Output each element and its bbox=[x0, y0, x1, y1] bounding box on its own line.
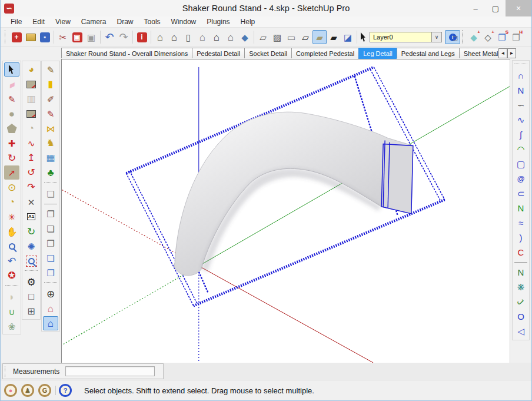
follow-me-tool[interactable]: ↷ bbox=[24, 180, 39, 194]
brackets-tool[interactable]: ⋈ bbox=[43, 121, 58, 135]
bezier-wave-tool[interactable]: ∿ bbox=[513, 112, 528, 127]
style-wireframe-button[interactable]: ▭ bbox=[284, 30, 298, 44]
select-tool[interactable] bbox=[4, 62, 19, 77]
tape-measure-tool[interactable]: ⊙ bbox=[4, 180, 19, 194]
style-monochrome-button[interactable]: ◪ bbox=[341, 30, 355, 44]
freehand-tool[interactable]: ∿ bbox=[24, 136, 39, 150]
bezier-arc-green-tool[interactable]: ◠ bbox=[513, 142, 528, 156]
view-box-button[interactable]: ▯ bbox=[181, 30, 195, 44]
scene-tab-shaker-round-stand-overall-dimensions[interactable]: Shaker Round Stand - Overall Dimensions bbox=[61, 48, 192, 58]
save-button[interactable]: ▪ bbox=[38, 30, 52, 44]
rotate-tool[interactable]: ↻ bbox=[4, 151, 19, 165]
zoom-extents-tool[interactable]: ✺ bbox=[24, 239, 39, 253]
circle-tool[interactable]: ● bbox=[4, 107, 19, 121]
window-split-tool[interactable]: ⊞ bbox=[24, 304, 39, 319]
grid-tool[interactable]: ▦ bbox=[43, 151, 58, 165]
credits-status-icon[interactable]: G bbox=[38, 384, 51, 397]
push-pull-tool[interactable]: ↥ bbox=[24, 151, 39, 165]
layer-add2-button[interactable]: ◇+ bbox=[481, 30, 495, 44]
menu-window[interactable]: Window bbox=[166, 18, 202, 26]
compass-tool[interactable]: ⊕ bbox=[43, 287, 58, 301]
zoom-previous-tool[interactable]: ↶ bbox=[4, 254, 19, 268]
bezier-curve-tool[interactable]: ∪ bbox=[4, 304, 19, 319]
pencil-star-tool[interactable]: ✐ bbox=[43, 92, 58, 106]
style-backedges-button[interactable]: ▨ bbox=[270, 30, 284, 44]
measurements-input[interactable] bbox=[65, 366, 155, 376]
menu-draw[interactable]: Draw bbox=[112, 18, 139, 26]
menu-help[interactable]: Help bbox=[235, 18, 261, 26]
maximize-button[interactable]: ▢ bbox=[486, 0, 506, 16]
open-button[interactable] bbox=[24, 30, 38, 44]
curvizard-polyline-tool[interactable]: N bbox=[513, 265, 528, 279]
bezier-polyline-tool[interactable]: N bbox=[513, 83, 528, 97]
rotated-rectangle-tool[interactable]: ▥ bbox=[24, 92, 39, 106]
view-bottom-button[interactable]: ◆ bbox=[238, 30, 252, 44]
style-xray-button[interactable]: ▱ bbox=[256, 30, 270, 44]
bezier-arc-tool[interactable]: ∩ bbox=[513, 68, 528, 82]
pencil-dots-tool[interactable]: ✎ bbox=[43, 107, 58, 121]
paste-button[interactable]: ▣ bbox=[84, 30, 98, 44]
offset-tool[interactable]: ↺ bbox=[24, 165, 39, 180]
model-info-button[interactable]: i bbox=[135, 30, 149, 44]
polygon-tool[interactable] bbox=[4, 121, 19, 135]
bezier-redarc-tool[interactable]: C bbox=[513, 245, 528, 259]
menu-plugins[interactable]: Plugins bbox=[201, 18, 235, 26]
stack-tool-3[interactable]: ❏ bbox=[43, 221, 58, 236]
copy-button[interactable]: ▣ bbox=[70, 30, 84, 44]
layer-add-button[interactable]: ◆+ bbox=[467, 30, 481, 44]
dimension-tool[interactable]: ✕ bbox=[24, 195, 39, 209]
house-outline-tool[interactable]: ⌂ bbox=[43, 301, 58, 316]
redo-button[interactable]: ↷ bbox=[117, 30, 131, 44]
construction-pencil-tool[interactable]: ✎ bbox=[43, 62, 58, 77]
scene-tab-socket-detail[interactable]: Socket Detail bbox=[244, 48, 291, 58]
eraser-tool[interactable]: ▰ bbox=[2, 75, 22, 94]
line-tool[interactable]: ✎ bbox=[4, 92, 19, 106]
text-tool[interactable]: A1 bbox=[24, 210, 39, 224]
claim-model-status-icon[interactable]: ♟ bbox=[21, 384, 34, 397]
gear-tool[interactable]: ⚙ bbox=[24, 275, 39, 289]
layer-info-button[interactable]: ❐ i bbox=[445, 30, 460, 44]
view-right-button[interactable]: ⌂ bbox=[224, 30, 238, 44]
stack-blue-tool-2[interactable]: ❐ bbox=[43, 266, 58, 280]
curvizard-triangle-tool[interactable]: ◁ bbox=[513, 324, 528, 338]
move-tool[interactable]: ✚ bbox=[4, 136, 19, 150]
bezier-rounded-rect-tool[interactable]: ▢ bbox=[513, 157, 528, 171]
bezier-squiggle-tool[interactable]: ≈ bbox=[513, 216, 528, 230]
view-left-button[interactable]: ⌂ bbox=[210, 30, 224, 44]
marker-tool[interactable]: ▮ bbox=[43, 77, 58, 91]
style-textured-button[interactable]: ▰ bbox=[327, 30, 341, 44]
new-button[interactable]: + bbox=[9, 30, 24, 44]
geolocation-status-icon[interactable]: ● bbox=[4, 384, 17, 397]
scene-tab-sheet-metal-plate-detail[interactable]: Sheet Metal Plate Detail bbox=[459, 48, 498, 58]
house-blue-tool[interactable]: ⌂ bbox=[43, 316, 58, 330]
style-shaded-button[interactable]: ▰ bbox=[312, 30, 327, 44]
stack-tool-2[interactable]: ❐ bbox=[43, 207, 58, 221]
warehouse-tool[interactable]: ✪ bbox=[4, 269, 19, 283]
shell-tool[interactable]: ◗ bbox=[4, 290, 19, 304]
menu-edit[interactable]: Edit bbox=[27, 18, 50, 26]
bezier-zigzag-tool[interactable]: N bbox=[513, 201, 528, 215]
close-button[interactable]: × bbox=[506, 0, 531, 16]
style-hiddenline-button[interactable]: ▱ bbox=[298, 30, 312, 44]
undo-button[interactable]: ↶ bbox=[102, 30, 117, 44]
pan-tool[interactable]: ✋ bbox=[4, 224, 19, 238]
scene-tab-pedestal-and-legs[interactable]: Pedestal and Legs bbox=[397, 48, 459, 58]
help-status-icon[interactable]: ? bbox=[59, 384, 72, 397]
view-iso-button[interactable]: ⌂ bbox=[153, 30, 167, 44]
view-front-button[interactable]: ⌂ bbox=[167, 30, 181, 44]
tree-tool[interactable]: ♣ bbox=[43, 165, 58, 180]
bezier-arc2-tool[interactable]: ⊂ bbox=[513, 186, 528, 200]
model-canvas[interactable] bbox=[61, 59, 510, 363]
axes-tool[interactable]: ✳ bbox=[4, 210, 19, 224]
scene-tab-completed-pedestal[interactable]: Completed Pedestal bbox=[291, 48, 358, 58]
layer-select-dropdown-icon[interactable]: ∨ bbox=[432, 32, 442, 42]
cut-button[interactable]: ✂ bbox=[56, 30, 70, 44]
arc-tool[interactable]: ◔ bbox=[24, 121, 39, 135]
stack-tool-4[interactable]: ❐ bbox=[43, 236, 58, 250]
view-top-button[interactable]: ⌂ bbox=[195, 30, 210, 44]
scale-tool[interactable]: ↗ bbox=[4, 165, 19, 180]
bezier-freehand-tool[interactable]: ∽ bbox=[513, 98, 528, 112]
stack-tool-1[interactable]: ❏ bbox=[43, 187, 58, 201]
protractor-tool[interactable]: ◔ bbox=[4, 195, 19, 209]
rectangle-tool[interactable] bbox=[24, 77, 39, 91]
